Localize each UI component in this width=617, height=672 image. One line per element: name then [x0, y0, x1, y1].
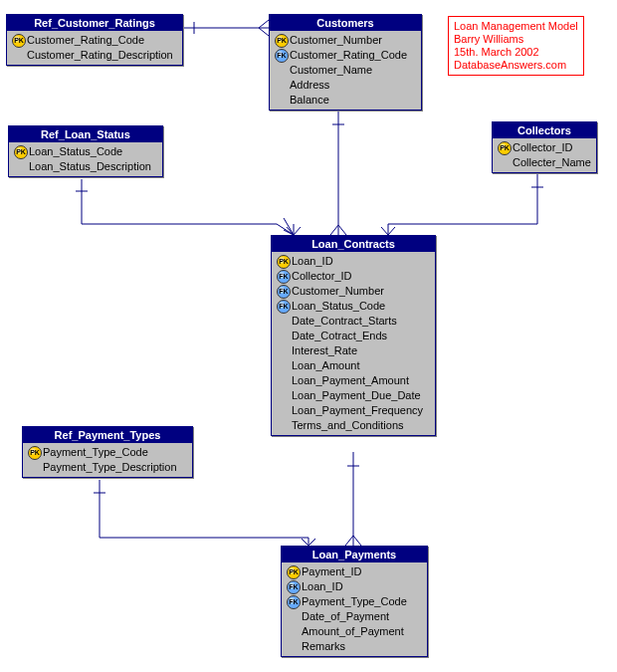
attribute-name: Customer_Rating_Code	[290, 48, 407, 63]
entity-ref-loan-status: Ref_Loan_Status PKLoan_Status_CodeLoan_S…	[8, 125, 163, 177]
entity-title: Ref_Customer_Ratings	[7, 15, 182, 31]
attribute-name: Date_Cotract_Ends	[292, 329, 387, 343]
info-line: DatabaseAnswers.com	[454, 59, 578, 72]
entity-title: Customers	[270, 15, 421, 31]
entity-loan-payments: Loan_Payments PKPayment_IDFKLoan_IDFKPay…	[281, 546, 428, 657]
attribute-row: Date_Cotract_Ends	[276, 329, 431, 343]
attribute-row: PKLoan_ID	[276, 254, 431, 269]
attribute-name: Payment_Type_Code	[43, 445, 148, 460]
attribute-name: Remarks	[302, 639, 345, 654]
attribute-name: Collecter_Name	[513, 155, 591, 170]
attribute-row: Interest_Rate	[276, 343, 431, 358]
attribute-name: Address	[290, 78, 329, 93]
svg-line-11	[277, 224, 294, 235]
pk-icon: PK	[13, 145, 29, 159]
attribute-name: Amount_of_Payment	[302, 624, 404, 639]
attribute-name: Payment_Type_Description	[43, 460, 177, 475]
svg-line-6	[330, 225, 338, 235]
attribute-name: Date_Contract_Starts	[292, 314, 397, 329]
attribute-name: Customer_Name	[290, 63, 372, 78]
pk-icon: PK	[27, 446, 43, 460]
attribute-row: Remarks	[286, 639, 423, 654]
attribute-row: FKCustomer_Rating_Code	[274, 48, 417, 63]
attribute-name: Loan_Status_Code	[29, 144, 122, 159]
attribute-row: Collecter_Name	[497, 155, 592, 170]
attribute-row: Loan_Amount	[276, 358, 431, 373]
fk-icon: FK	[286, 580, 302, 594]
fk-icon: FK	[274, 49, 290, 63]
svg-line-3	[259, 28, 269, 36]
pk-icon: PK	[497, 141, 513, 155]
attribute-name: Customer_Rating_Description	[27, 48, 173, 63]
attribute-row: Loan_Payment_Due_Date	[276, 388, 431, 403]
attribute-row: PKCollector_ID	[497, 140, 592, 155]
entity-customers: Customers PKCustomer_NumberFKCustomer_Ra…	[269, 14, 422, 111]
attribute-name: Collector_ID	[292, 269, 352, 284]
attribute-row: Date_Contract_Starts	[276, 314, 431, 329]
fk-icon: FK	[276, 270, 292, 284]
pk-icon: PK	[274, 34, 290, 48]
attribute-name: Interest_Rate	[292, 343, 357, 358]
fk-icon: FK	[276, 300, 292, 314]
attribute-name: Customer_Number	[290, 33, 382, 48]
attribute-row: Customer_Rating_Description	[11, 48, 178, 63]
attribute-name: Payment_ID	[302, 564, 362, 579]
attribute-row: PKPayment_ID	[286, 564, 423, 579]
attribute-row: PKCustomer_Rating_Code	[11, 33, 178, 48]
pk-icon: PK	[276, 255, 292, 269]
attribute-row: PKLoan_Status_Code	[13, 144, 158, 159]
attribute-name: Loan_Payment_Frequency	[292, 403, 423, 418]
attribute-row: Customer_Name	[274, 63, 417, 78]
entity-title: Ref_Payment_Types	[23, 427, 192, 443]
attribute-row: Address	[274, 78, 417, 93]
attribute-name: Loan_ID	[292, 254, 333, 269]
attribute-row: FKLoan_ID	[286, 579, 423, 594]
svg-line-16	[294, 227, 301, 235]
info-line: 15th. March 2002	[454, 46, 578, 59]
entity-title: Loan_Contracts	[272, 236, 435, 252]
info-line: Loan Management Model	[454, 20, 578, 33]
entity-collectors: Collectors PKCollector_IDCollecter_Name	[492, 121, 597, 173]
svg-line-22	[388, 227, 395, 235]
attribute-row: PKPayment_Type_Code	[27, 445, 188, 460]
info-box: Loan Management Model Barry Williams 15t…	[448, 16, 584, 76]
pk-icon: PK	[286, 565, 302, 579]
entity-title: Collectors	[493, 122, 596, 138]
attribute-row: FKCustomer_Number	[276, 284, 431, 299]
svg-line-26	[345, 536, 353, 546]
attribute-name: Loan_Status_Code	[292, 299, 385, 314]
svg-line-2	[259, 20, 269, 28]
fk-icon: FK	[276, 285, 292, 299]
attribute-row: Loan_Status_Description	[13, 159, 158, 174]
attribute-row: Date_of_Payment	[286, 609, 423, 624]
attribute-name: Loan_ID	[302, 579, 343, 594]
attribute-name: Balance	[290, 93, 329, 108]
svg-line-32	[302, 539, 308, 546]
info-line: Barry Williams	[454, 33, 578, 46]
attribute-row: PKCustomer_Number	[274, 33, 417, 48]
entity-title: Loan_Payments	[282, 547, 427, 562]
attribute-row: Balance	[274, 93, 417, 108]
entity-title: Ref_Loan_Status	[9, 126, 162, 142]
attribute-row: FKPayment_Type_Code	[286, 594, 423, 609]
svg-line-15	[287, 227, 294, 235]
entity-ref-customer-ratings: Ref_Customer_Ratings PKCustomer_Rating_C…	[6, 14, 183, 66]
attribute-row: Loan_Payment_Amount	[276, 373, 431, 388]
attribute-row: FKLoan_Status_Code	[276, 299, 431, 314]
attribute-row: Amount_of_Payment	[286, 624, 423, 639]
pk-icon: PK	[11, 34, 27, 48]
fk-icon: FK	[286, 595, 302, 609]
attribute-row: FKCollector_ID	[276, 269, 431, 284]
attribute-name: Loan_Payment_Due_Date	[292, 388, 421, 403]
attribute-name: Customer_Number	[292, 284, 384, 299]
svg-line-12	[284, 218, 294, 235]
attribute-name: Loan_Payment_Amount	[292, 373, 409, 388]
attribute-row: Loan_Payment_Frequency	[276, 403, 431, 418]
attribute-row: Payment_Type_Description	[27, 460, 188, 475]
attribute-name: Collector_ID	[513, 140, 573, 155]
svg-line-7	[338, 225, 346, 235]
attribute-name: Loan_Status_Description	[29, 159, 151, 174]
svg-line-33	[308, 539, 315, 546]
attribute-row: Terms_and_Conditions	[276, 418, 431, 433]
attribute-name: Date_of_Payment	[302, 609, 389, 624]
